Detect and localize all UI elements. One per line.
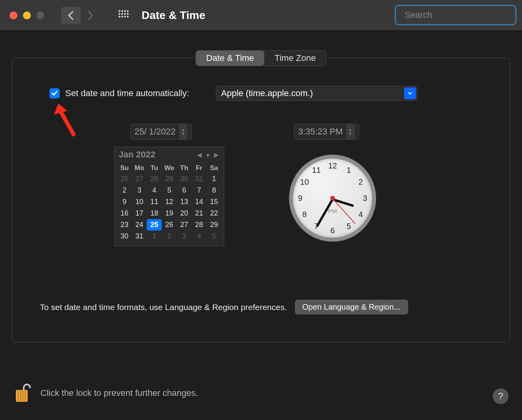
svg-rect-14 xyxy=(16,390,28,402)
formats-hint: To set date and time formats, use Langua… xyxy=(40,303,287,312)
calendar-day: 13 xyxy=(177,196,192,208)
calendar-day: 8 xyxy=(206,185,221,196)
time-field: 3:35:23 PM ▲▼ xyxy=(294,124,359,140)
time-server-combo[interactable]: Apple (time.apple.com.) xyxy=(216,86,418,101)
calendar-day: 5 xyxy=(162,185,177,196)
calendar-dow: We xyxy=(162,163,177,173)
svg-point-3 xyxy=(127,10,129,12)
annotation-arrow-icon xyxy=(50,99,81,138)
calendar-day: 11 xyxy=(147,196,162,208)
tab-time-zone[interactable]: Time Zone xyxy=(264,51,326,66)
svg-point-8 xyxy=(119,15,121,17)
svg-point-0 xyxy=(119,10,121,12)
calendar-dow: Fr xyxy=(192,163,207,173)
svg-point-2 xyxy=(124,10,126,12)
calendar-day: 19 xyxy=(162,208,177,219)
calendar-day: 7 xyxy=(192,185,207,196)
calendar-day: 22 xyxy=(206,208,221,219)
clock-pin xyxy=(330,196,335,201)
time-field-value: 3:35:23 PM xyxy=(298,127,343,137)
calendar-day: 1 xyxy=(206,173,221,185)
titlebar: Date & Time xyxy=(0,0,522,31)
calendar-day: 10 xyxy=(132,196,147,208)
clock-number: 8 xyxy=(302,210,306,219)
clock-number: 1 xyxy=(346,165,351,174)
help-button[interactable]: ? xyxy=(493,388,509,404)
calendar: Jan 2022 ◀ ● ▶ SuMoTuWeThFrSa26272829303… xyxy=(114,147,224,246)
calendar-day: 1 xyxy=(147,231,162,242)
calendar-day: 27 xyxy=(132,173,147,185)
calendar-day: 30 xyxy=(117,231,132,242)
calendar-day: 25 xyxy=(147,219,162,231)
date-field: 25/ 1/2022 ▲▼ xyxy=(130,124,192,140)
svg-point-1 xyxy=(121,10,123,12)
calendar-day: 14 xyxy=(192,196,207,208)
analog-clock: PM 121234567891011 xyxy=(289,155,376,242)
auto-set-label: Set date and time automatically: xyxy=(65,88,189,98)
calendar-day: 26 xyxy=(162,219,177,231)
calendar-day: 15 xyxy=(206,196,221,208)
minimize-window-button[interactable] xyxy=(23,11,31,19)
svg-point-6 xyxy=(124,13,126,15)
svg-point-10 xyxy=(124,15,126,17)
calendar-dow: Su xyxy=(117,163,132,173)
calendar-day: 3 xyxy=(132,185,147,196)
show-all-icon[interactable] xyxy=(118,9,130,21)
tab-bar: Date & Time Time Zone xyxy=(195,50,326,66)
calendar-day: 28 xyxy=(147,173,162,185)
combo-dropdown-button[interactable] xyxy=(404,87,416,99)
window-title: Date & Time xyxy=(142,9,205,22)
calendar-day: 26 xyxy=(117,173,132,185)
clock-number: 3 xyxy=(363,194,367,203)
clock-number: 4 xyxy=(358,210,363,219)
clock-number: 2 xyxy=(358,178,363,187)
calendar-day: 4 xyxy=(147,185,162,196)
calendar-day: 16 xyxy=(117,208,132,219)
svg-point-7 xyxy=(127,13,129,15)
clock-number: 12 xyxy=(328,161,337,170)
calendar-day: 30 xyxy=(177,173,192,185)
calendar-grid: SuMoTuWeThFrSa26272829303112345678910111… xyxy=(115,161,224,246)
calendar-day: 29 xyxy=(206,219,221,231)
calendar-day: 12 xyxy=(162,196,177,208)
tab-date-time[interactable]: Date & Time xyxy=(196,51,264,66)
calendar-dow: Th xyxy=(177,163,192,173)
check-icon xyxy=(51,90,58,97)
svg-point-11 xyxy=(127,15,129,17)
calendar-day: 20 xyxy=(177,208,192,219)
window-controls xyxy=(9,11,44,19)
calendar-day: 23 xyxy=(117,219,132,231)
unlocked-lock-icon[interactable] xyxy=(13,382,31,404)
calendar-day: 9 xyxy=(117,196,132,208)
auto-set-checkbox[interactable] xyxy=(49,88,60,98)
calendar-day: 31 xyxy=(192,173,207,185)
clock-number: 5 xyxy=(346,222,351,231)
clock-number: 7 xyxy=(314,222,318,231)
clock-number: 10 xyxy=(300,178,309,187)
calendar-day: 27 xyxy=(177,219,192,231)
svg-point-5 xyxy=(121,13,123,15)
calendar-day: 5 xyxy=(206,231,221,242)
calendar-day: 31 xyxy=(132,231,147,242)
open-language-region-button[interactable]: Open Language & Region... xyxy=(295,300,408,314)
date-stepper: ▲▼ xyxy=(179,124,187,139)
close-window-button[interactable] xyxy=(9,11,17,19)
calendar-day: 2 xyxy=(162,231,177,242)
back-button[interactable] xyxy=(61,7,81,24)
zoom-window-button xyxy=(36,11,44,19)
chevron-down-icon xyxy=(407,91,413,96)
calendar-day: 17 xyxy=(132,208,147,219)
calendar-day: 2 xyxy=(117,185,132,196)
forward-button[interactable] xyxy=(81,7,100,24)
time-server-value: Apple (time.apple.com.) xyxy=(221,88,313,98)
calendar-day: 24 xyxy=(132,219,147,231)
calendar-day: 4 xyxy=(192,231,207,242)
svg-point-9 xyxy=(121,15,123,17)
calendar-dow: Sa xyxy=(206,163,221,173)
svg-point-4 xyxy=(119,13,121,15)
search-input[interactable] xyxy=(405,10,513,20)
calendar-day: 18 xyxy=(147,208,162,219)
clock-number: 6 xyxy=(330,226,335,235)
preferences-panel: Date & Time Time Zone Set date and time … xyxy=(12,58,510,342)
search-field[interactable] xyxy=(395,5,516,25)
